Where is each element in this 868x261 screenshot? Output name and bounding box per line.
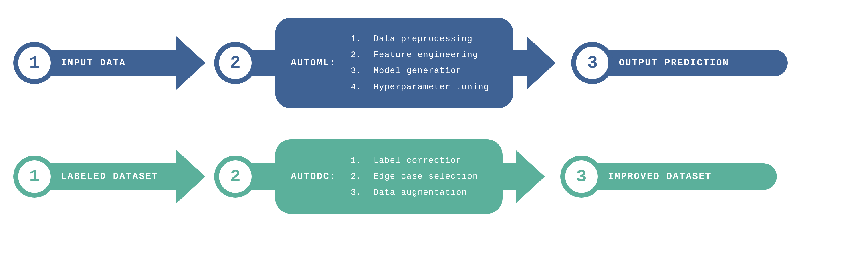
step2-list-item: Feature engineering [367,47,489,63]
step-circle-3: 3 [571,42,613,84]
step3-label: OUTPUT PREDICTION [619,58,729,68]
step-circle-1: 1 [13,42,56,84]
step2-title: AUTOML: [291,58,336,68]
flow-row-automl: 1 INPUT DATA 2 AUTOML: Data preprocessin… [13,18,855,108]
step2-list-item: Data augmentation [367,185,478,200]
step2-list-item: Model generation [367,63,489,79]
step1-bar: LABELED DATASET [34,163,177,190]
step2-box-wrap: AUTODC: Label correction Edge case selec… [235,139,503,214]
step1-label: INPUT DATA [61,58,126,68]
step-circle-1: 1 [13,155,56,198]
step3-bar: IMPROVED DATASET [581,163,777,190]
step1-label: LABELED DATASET [61,171,158,182]
step3-label: IMPROVED DATASET [608,171,712,182]
arrowhead-icon [527,36,556,89]
step2-list-item: Hyperparameter tuning [367,79,489,95]
step1-bar: INPUT DATA [34,50,177,76]
step-circle-2: 2 [214,42,256,84]
step2-list-item: Label correction [367,153,478,169]
arrowhead-icon [516,150,545,203]
arrowhead-icon [177,36,205,89]
step-number: 2 [230,167,241,186]
step2-list-item: Edge case selection [367,169,478,185]
step-number: 3 [576,167,587,186]
step-number: 2 [230,53,241,73]
step2-list: Label correction Edge case selection Dat… [356,153,478,201]
step2-box: AUTOML: Data preprocessing Feature engin… [275,18,514,108]
step2-box-wrap: AUTOML: Data preprocessing Feature engin… [235,18,514,108]
step-circle-3: 3 [560,155,602,198]
step3-bar: OUTPUT PREDICTION [592,50,788,76]
step2-list: Data preprocessing Feature engineering M… [356,31,489,95]
step-number: 1 [29,167,40,186]
step-number: 3 [587,53,598,73]
arrowhead-icon [177,150,205,203]
step2-list-item: Data preprocessing [367,31,489,47]
step2-box: AUTODC: Label correction Edge case selec… [275,139,503,214]
step-number: 1 [29,53,40,73]
step2-title: AUTODC: [291,171,336,182]
step-circle-2: 2 [214,155,256,198]
flow-row-autodc: 1 LABELED DATASET 2 AUTODC: Label correc… [13,139,855,214]
